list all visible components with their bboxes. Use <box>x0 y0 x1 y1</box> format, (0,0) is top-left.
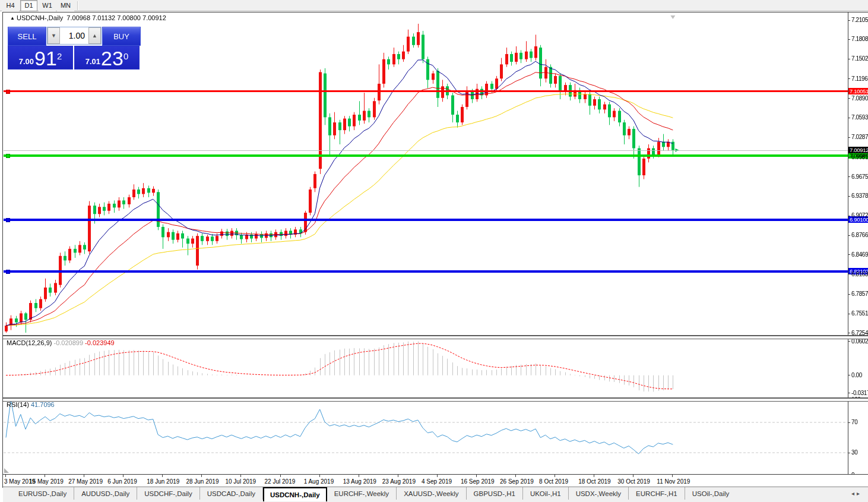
rsi-name: RSI(14) <box>7 401 29 408</box>
price-axis-tick <box>848 254 850 255</box>
tab-eurusddaily[interactable]: EURUSD-,Daily <box>11 487 74 500</box>
line-anchor-handle[interactable] <box>6 270 10 274</box>
tab-usoildaily[interactable]: USOil-,Daily <box>685 487 737 500</box>
macd-axis-tick <box>848 375 850 375</box>
price-axis-label: 6.75510 <box>851 310 868 317</box>
ohlc-low: 7.00800 <box>117 14 141 21</box>
macd-axis-tick <box>848 341 850 342</box>
price-axis-label: 7.05930 <box>851 114 868 121</box>
line-anchor-handle[interactable] <box>6 90 10 94</box>
horizontal-line-6.90100[interactable] <box>4 219 848 221</box>
macd-main-value: -0.020899 <box>53 339 83 346</box>
tab-audusddaily[interactable]: AUDUSD-,Daily <box>74 487 137 500</box>
buy-button[interactable]: BUY <box>102 27 141 46</box>
tab-gbpusdh1[interactable]: GBPUSD-,H1 <box>467 487 523 500</box>
price-axis-tick <box>848 176 850 177</box>
buy-price-big-digits: 23 <box>101 49 123 68</box>
panel-separator-macd[interactable] <box>3 335 868 339</box>
price-axis-label: 7.11960 <box>851 75 868 82</box>
time-axis-label: 11 Nov 2019 <box>657 478 690 485</box>
price-axis-tick <box>848 78 850 79</box>
rsi-axis-label: 30 <box>851 449 857 456</box>
collapse-triangle-icon[interactable]: ▲ <box>10 15 15 21</box>
timeframe-button-d1[interactable]: D1 <box>20 0 37 11</box>
horizontal-line-7.00089[interactable] <box>4 154 848 157</box>
price-axis-tick <box>848 196 850 197</box>
price-axis-label: 7.08900 <box>851 95 868 102</box>
rsi-label: RSI(14) 41.7096 <box>7 401 55 408</box>
chart-tab-bar: EURUSD-,DailyAUDUSD-,DailyUSDCHF-,DailyU… <box>3 487 868 502</box>
time-axis-tick <box>437 475 438 477</box>
price-axis-label: 6.78570 <box>851 291 868 297</box>
time-axis-label: 18 Oct 2019 <box>578 478 610 485</box>
price-line-badge: 7.10051 <box>848 88 868 94</box>
tab-scroll-right-icon[interactable]: ▸ <box>857 490 862 497</box>
time-axis-label: 15 May 2019 <box>29 478 64 485</box>
time-axis-tick <box>240 475 241 477</box>
ohlc-high: 7.01132 <box>92 14 115 21</box>
volume-increase-button[interactable]: ▲ <box>88 27 101 44</box>
price-axis-divider <box>848 12 848 474</box>
volume-input[interactable] <box>60 27 88 44</box>
timeframe-toolbar: H4D1W1MN <box>0 0 868 11</box>
tab-usdchfdaily[interactable]: USDCHF-,Daily <box>137 487 200 500</box>
tab-scroll-left-icon[interactable]: ◂ <box>851 490 857 497</box>
time-axis-tick <box>280 475 281 477</box>
ohlc-open: 7.00968 <box>66 14 90 21</box>
symbol-period-label: USDCNH-,Daily <box>17 14 63 21</box>
tab-ukoilh1[interactable]: UKOil-,H1 <box>523 487 569 500</box>
one-click-trading-panel: SELL ▼ ▲ BUY 7.00912 7.01230 <box>8 27 141 70</box>
line-anchor-handle[interactable] <box>6 218 10 222</box>
rsi-axis-tick <box>848 422 850 423</box>
time-axis-label: 26 Sep 2019 <box>500 478 534 485</box>
time-axis-tick <box>555 475 555 477</box>
buy-price-display[interactable]: 7.01230 <box>74 46 140 70</box>
volume-decrease-button[interactable]: ▼ <box>47 27 60 44</box>
horizontal-line-6.82103[interactable] <box>4 270 848 273</box>
tab-usdxweekly[interactable]: USDX-,Weekly <box>569 487 629 500</box>
price-axis-tick <box>848 314 850 314</box>
sell-price-display[interactable]: 7.00912 <box>8 46 73 70</box>
tab-usdcaddaily[interactable]: USDCAD-,Daily <box>200 487 263 500</box>
price-axis-tick <box>848 294 850 295</box>
time-axis-tick <box>359 475 359 477</box>
time-axis-label: 27 May 2019 <box>68 478 103 485</box>
time-axis-tick <box>594 475 594 477</box>
timeframe-button-h4[interactable]: H4 <box>2 0 19 11</box>
horizontal-line-7.10051[interactable] <box>4 90 848 92</box>
time-axis-tick <box>123 475 123 477</box>
price-axis-tick <box>848 59 850 59</box>
tab-xauusdweekly[interactable]: XAUUSD-,Weekly <box>397 487 466 500</box>
time-axis[interactable]: 3 May 201915 May 201927 May 20196 Jun 20… <box>3 474 868 487</box>
rsi-panel-canvas[interactable] <box>4 400 848 473</box>
macd-label: MACD(12,26,9) -0.020899 -0.023949 <box>7 339 115 346</box>
price-axis-tick <box>848 98 850 99</box>
time-axis-tick <box>398 475 398 477</box>
time-axis-tick <box>476 475 477 477</box>
price-axis-label: 7.15020 <box>851 55 868 62</box>
buy-price-pipette: 0 <box>123 48 128 65</box>
time-axis-tick <box>45 475 45 477</box>
time-axis-tick <box>5 475 6 477</box>
sell-button[interactable]: SELL <box>8 27 46 46</box>
timeframe-button-mn[interactable]: MN <box>57 0 74 11</box>
ohlc-close: 7.00912 <box>142 14 166 21</box>
tab-eurchfh1[interactable]: EURCHF-,H1 <box>629 487 685 500</box>
price-axis-label: 6.99810 <box>851 154 868 160</box>
macd-panel-canvas[interactable] <box>4 339 848 396</box>
rsi-axis-label: 70 <box>851 419 857 425</box>
price-axis-label: 6.87660 <box>851 232 868 238</box>
tab-eurchfweekly[interactable]: EURCHF-,Weekly <box>327 487 397 500</box>
tab-scroll-arrows: ◂▸ <box>851 490 862 497</box>
timeframe-button-w1[interactable]: W1 <box>39 0 56 11</box>
current-price-badge: 7.00912 <box>848 147 868 153</box>
panel-separator-rsi[interactable] <box>3 397 868 402</box>
line-anchor-handle[interactable] <box>6 154 10 158</box>
macd-signal-value: -0.023949 <box>85 339 115 346</box>
current-price-line <box>4 150 848 151</box>
sell-price-prefix: 7.00 <box>19 56 34 68</box>
tab-usdcnhdaily[interactable]: USDCNH-,Daily <box>263 487 327 501</box>
price-axis-tick <box>848 20 850 21</box>
time-axis-label: 16 Sep 2019 <box>461 478 495 485</box>
buy-price-prefix: 7.01 <box>85 56 100 68</box>
